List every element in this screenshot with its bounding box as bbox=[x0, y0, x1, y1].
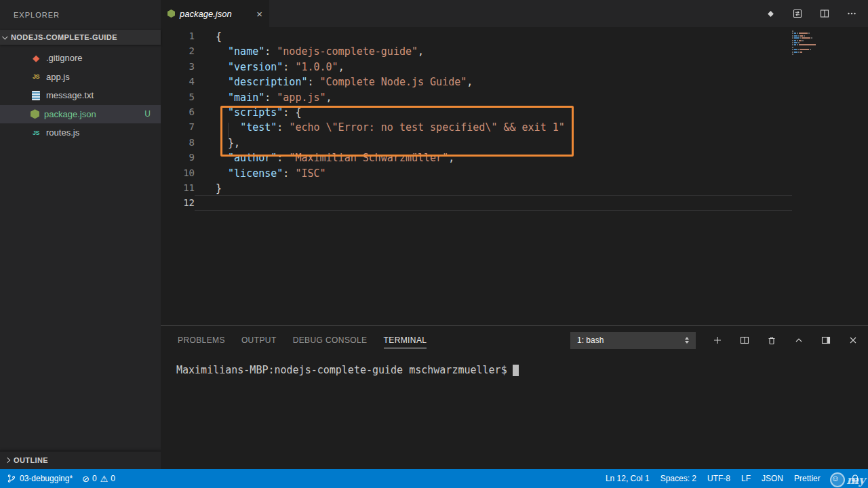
line-number: 5 bbox=[161, 89, 195, 104]
js-icon bbox=[31, 71, 41, 82]
panel-layout-icon[interactable] bbox=[821, 335, 831, 346]
panel-tab-terminal[interactable]: TERMINAL bbox=[384, 332, 427, 348]
line-number: 2 bbox=[161, 43, 195, 58]
line-number: 1 bbox=[161, 28, 195, 43]
file-name: message.txt bbox=[46, 90, 94, 100]
terminal-prompt: Maximilians-MBP:nodejs-complete-guide ms… bbox=[176, 364, 507, 376]
minimap[interactable] bbox=[792, 30, 835, 58]
line-number: 10 bbox=[161, 165, 195, 180]
compare-changes-icon[interactable] bbox=[792, 8, 803, 19]
outline-section[interactable]: OUTLINE bbox=[0, 451, 161, 469]
select-arrows-icon bbox=[685, 337, 689, 344]
file-item--gitignore[interactable]: .gitignore bbox=[0, 49, 161, 68]
error-count: 0 bbox=[92, 474, 97, 483]
file-item-app-js[interactable]: app.js bbox=[0, 68, 161, 87]
panel-tab-debug-console[interactable]: DEBUG CONSOLE bbox=[293, 332, 368, 348]
cursor-position[interactable]: Ln 12, Col 1 bbox=[606, 474, 650, 483]
new-terminal-icon[interactable] bbox=[712, 335, 723, 346]
notifications-bell-icon[interactable] bbox=[850, 474, 860, 483]
code-line-12[interactable]: 12 bbox=[161, 195, 868, 210]
split-editor-icon[interactable] bbox=[819, 8, 830, 19]
code-line-7[interactable]: 7 "test": "echo \"Error: no test specifi… bbox=[161, 119, 868, 134]
warnings-icon: ⚠ bbox=[100, 474, 108, 483]
more-actions-icon[interactable] bbox=[846, 8, 857, 19]
feedback-smiley-icon[interactable]: ☺ bbox=[831, 474, 840, 483]
status-bar: 03-debugging* ⊘ 0 ⚠ 0 Ln 12, Col 1 Space… bbox=[0, 469, 868, 488]
line-number: 8 bbox=[161, 135, 195, 150]
vscode-window: EXPLORER NODEJS-COMPLETE-GUIDE .gitignor… bbox=[0, 0, 868, 488]
panel-tab-output[interactable]: OUTPUT bbox=[241, 332, 277, 348]
code-editor[interactable]: 1{2 "name": "nodejs-complete-guide",3 "v… bbox=[161, 27, 868, 325]
npm-icon bbox=[167, 9, 175, 18]
line-number: 3 bbox=[161, 59, 195, 74]
js-teal-icon bbox=[31, 127, 41, 138]
panel-actions bbox=[712, 335, 859, 346]
errors-icon: ⊘ bbox=[82, 474, 90, 483]
code-lines: 1{2 "name": "nodejs-complete-guide",3 "v… bbox=[161, 27, 868, 211]
close-tab-icon[interactable]: × bbox=[256, 9, 262, 19]
panel-tab-problems[interactable]: PROBLEMS bbox=[178, 332, 225, 348]
explorer-sidebar: EXPLORER NODEJS-COMPLETE-GUIDE .gitignor… bbox=[0, 0, 161, 469]
editor-column: package.json × bbox=[161, 0, 868, 469]
line-number: 9 bbox=[161, 150, 195, 165]
terminal-cursor bbox=[513, 365, 519, 376]
chevron-down-icon bbox=[2, 34, 7, 39]
git-status-badge: U bbox=[144, 109, 161, 119]
status-bar-left: 03-debugging* ⊘ 0 ⚠ 0 bbox=[7, 474, 115, 483]
maximize-panel-icon[interactable] bbox=[793, 335, 804, 346]
code-line-9[interactable]: 9 "author": "Maximilian Schwarzmüller", bbox=[161, 150, 868, 165]
line-number: 7 bbox=[161, 119, 195, 134]
chevron-right-icon bbox=[5, 458, 10, 463]
close-panel-icon[interactable] bbox=[848, 335, 859, 346]
panel-header: PROBLEMSOUTPUTDEBUG CONSOLETERMINAL 1: b… bbox=[161, 326, 868, 354]
file-name: .gitignore bbox=[46, 53, 82, 63]
code-line-10[interactable]: 10 "license": "ISC" bbox=[161, 165, 868, 180]
code-line-4[interactable]: 4 "description": "Complete Node.js Guide… bbox=[161, 74, 868, 89]
code-line-2[interactable]: 2 "name": "nodejs-complete-guide", bbox=[161, 43, 868, 58]
sidebar-title: EXPLORER bbox=[0, 0, 161, 30]
file-item-routes-js[interactable]: routes.js bbox=[0, 123, 161, 142]
line-number: 12 bbox=[161, 195, 195, 210]
code-line-11[interactable]: 11} bbox=[161, 180, 868, 195]
folder-header-nodejs-complete-guide[interactable]: NODEJS-COMPLETE-GUIDE bbox=[0, 30, 161, 45]
tab-label: package.json bbox=[180, 9, 232, 19]
text-icon bbox=[32, 91, 40, 100]
indentation-setting[interactable]: Spaces: 2 bbox=[660, 474, 696, 483]
git-branch-item[interactable]: 03-debugging* bbox=[7, 474, 73, 483]
line-number: 11 bbox=[161, 180, 195, 195]
status-bar-right: Ln 12, Col 1 Spaces: 2 UTF-8 LF JSON Pre… bbox=[606, 474, 860, 483]
code-line-5[interactable]: 5 "main": "app.js", bbox=[161, 89, 868, 104]
language-mode[interactable]: JSON bbox=[762, 474, 783, 483]
branch-name: 03-debugging* bbox=[20, 474, 73, 483]
line-number: 6 bbox=[161, 104, 195, 119]
folder-name: NODEJS-COMPLETE-GUIDE bbox=[11, 33, 117, 41]
main-area: EXPLORER NODEJS-COMPLETE-GUIDE .gitignor… bbox=[0, 0, 868, 469]
kill-terminal-icon[interactable] bbox=[766, 335, 777, 346]
git-icon bbox=[31, 53, 41, 64]
bottom-panel: PROBLEMSOUTPUTDEBUG CONSOLETERMINAL 1: b… bbox=[161, 325, 868, 469]
code-line-6[interactable]: 6 "scripts": { bbox=[161, 104, 868, 119]
terminal-shell-select[interactable]: 1: bash bbox=[570, 332, 696, 349]
file-item-package-json[interactable]: package.jsonU bbox=[0, 105, 161, 124]
code-line-8[interactable]: 8 }, bbox=[161, 135, 868, 150]
code-line-1[interactable]: 1{ bbox=[161, 28, 868, 43]
code-line-3[interactable]: 3 "version": "1.0.0", bbox=[161, 59, 868, 74]
npm-icon bbox=[31, 109, 39, 119]
formatter-status[interactable]: Prettier bbox=[794, 474, 821, 483]
split-terminal-icon[interactable] bbox=[739, 335, 750, 346]
line-number: 4 bbox=[161, 74, 195, 89]
eol-setting[interactable]: LF bbox=[741, 474, 751, 483]
problems-item[interactable]: ⊘ 0 ⚠ 0 bbox=[82, 474, 115, 483]
file-name: package.json bbox=[44, 109, 96, 119]
shell-select-value: 1: bash bbox=[577, 336, 604, 345]
editor-actions bbox=[765, 0, 868, 27]
outline-label: OUTLINE bbox=[14, 456, 48, 464]
open-changes-icon[interactable] bbox=[765, 8, 776, 19]
panel-tabs: PROBLEMSOUTPUTDEBUG CONSOLETERMINAL bbox=[178, 332, 427, 348]
file-encoding[interactable]: UTF-8 bbox=[707, 474, 730, 483]
tab-package-json[interactable]: package.json × bbox=[161, 0, 269, 27]
file-name: app.js bbox=[46, 72, 70, 82]
file-item-message-txt[interactable]: message.txt bbox=[0, 86, 161, 105]
terminal[interactable]: Maximilians-MBP:nodejs-complete-guide ms… bbox=[161, 354, 868, 469]
warning-count: 0 bbox=[111, 474, 115, 483]
